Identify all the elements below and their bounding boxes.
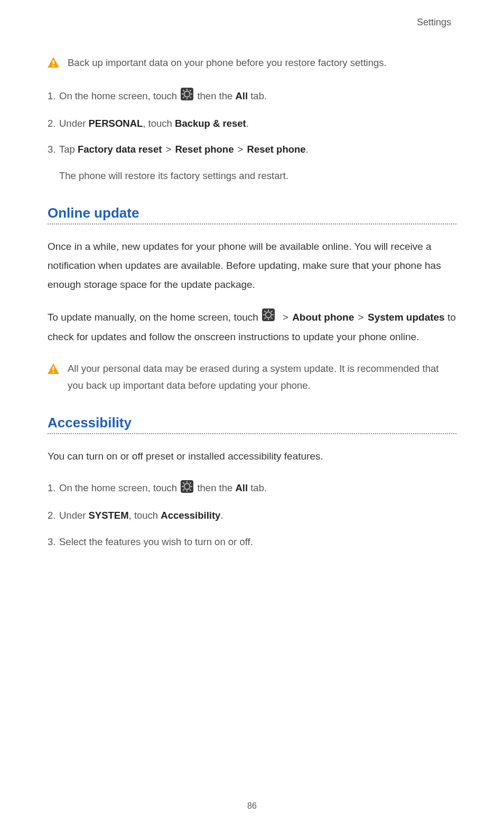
breadcrumb-separator: >	[357, 312, 365, 323]
step-text: Tap	[59, 144, 78, 155]
divider	[48, 223, 456, 224]
svg-rect-0	[53, 60, 54, 64]
warning-data-erased: All your personal data may be erased dur…	[48, 360, 456, 394]
page-header: Settings	[0, 0, 504, 28]
bold-personal: PERSONAL	[89, 118, 143, 129]
bold-backup-reset: Backup & reset	[175, 118, 246, 129]
step-text: tab.	[248, 90, 267, 101]
warning-icon	[48, 362, 59, 379]
step-text: On the home screen, touch	[59, 90, 180, 101]
step-text: Under	[59, 510, 89, 521]
warning-text: Back up important data on your phone bef…	[68, 54, 456, 71]
heading-accessibility: Accessibility	[48, 415, 456, 431]
warning-icon	[48, 56, 59, 72]
bold-reset-phone: Reset phone	[247, 144, 306, 155]
step-b2: 2. Under SYSTEM, touch Accessibility.	[48, 507, 456, 523]
svg-rect-22	[53, 367, 54, 370]
step-text: .	[220, 510, 223, 521]
step-text: then the	[197, 90, 235, 101]
accessibility-intro: You can turn on or off preset or install…	[48, 447, 456, 466]
step-a2: 2. Under PERSONAL, touch Backup & reset.	[48, 115, 456, 132]
page-content: Back up important data on your phone bef…	[0, 28, 504, 550]
warning-backup-before-reset: Back up important data on your phone bef…	[48, 54, 456, 73]
heading-online-update: Online update	[48, 205, 456, 221]
para-text: To update manually, on the home screen, …	[48, 312, 261, 323]
step-b3: 3. Select the features you wish to turn …	[48, 534, 456, 550]
step-b1: 1. On the home screen, touch then the Al…	[48, 480, 456, 498]
breadcrumb-separator: >	[237, 144, 245, 155]
svg-rect-1	[53, 65, 54, 67]
step-text: Under	[59, 118, 89, 129]
step-text: On the home screen, touch	[59, 482, 180, 493]
page-number: 86	[0, 801, 504, 811]
step-text: Select the features you wish to turn on …	[59, 534, 456, 550]
divider	[48, 433, 456, 434]
bold-all: All	[235, 90, 248, 101]
step-text: .	[246, 118, 249, 129]
step-text: .	[306, 144, 309, 155]
step-a1: 1. On the home screen, touch then the Al…	[48, 88, 456, 106]
step-text: , touch	[143, 118, 175, 129]
step-text: then the	[197, 482, 235, 493]
bold-about-phone: About phone	[292, 312, 354, 323]
step-a3: 3. Tap Factory data reset > Reset phone …	[48, 141, 456, 184]
step-text: , touch	[129, 510, 161, 521]
bold-reset-phone: Reset phone	[175, 144, 234, 155]
step-text: tab.	[248, 482, 267, 493]
step-followup: The phone will restore its factory setti…	[59, 167, 456, 184]
warning-text: All your personal data may be erased dur…	[68, 360, 456, 394]
settings-icon	[181, 480, 193, 498]
svg-rect-23	[53, 371, 54, 373]
bold-system: SYSTEM	[89, 510, 129, 521]
bold-system-updates: System updates	[368, 312, 445, 323]
settings-icon	[262, 308, 275, 327]
breadcrumb-separator: >	[282, 312, 290, 323]
settings-icon	[181, 88, 193, 105]
online-update-manual: To update manually, on the home screen, …	[48, 308, 456, 347]
online-update-intro: Once in a while, new updates for your ph…	[48, 237, 456, 294]
bold-factory-reset: Factory data reset	[78, 144, 162, 155]
bold-accessibility: Accessibility	[161, 510, 220, 521]
bold-all: All	[235, 482, 248, 493]
breadcrumb-separator: >	[164, 144, 172, 155]
